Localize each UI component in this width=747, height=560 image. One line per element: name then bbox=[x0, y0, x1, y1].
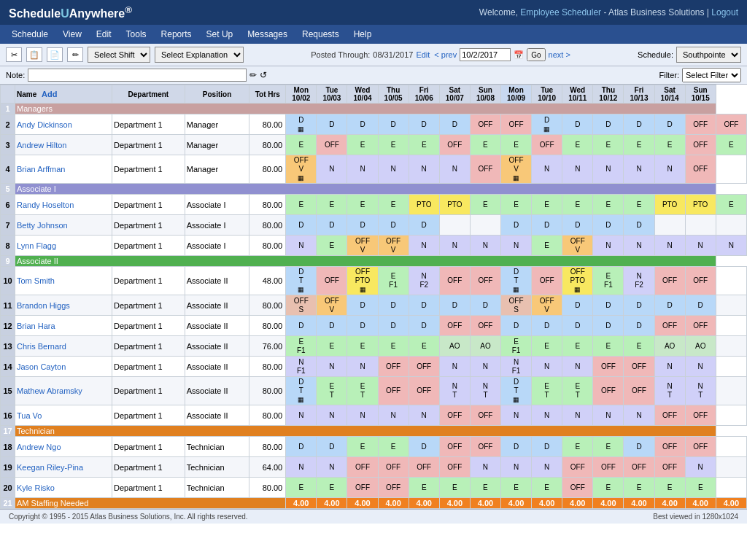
employee-name-link[interactable]: Andrew Hilton bbox=[17, 141, 66, 149]
shift-cell[interactable]: E bbox=[685, 478, 716, 498]
shift-cell[interactable]: N bbox=[409, 155, 439, 184]
shift-cell[interactable]: DT▦ bbox=[501, 267, 532, 295]
shift-cell[interactable]: E bbox=[654, 135, 685, 155]
shift-cell[interactable] bbox=[470, 215, 500, 236]
shift-cell[interactable]: E bbox=[624, 336, 654, 357]
shift-cell[interactable]: D bbox=[317, 437, 347, 457]
paint-icon[interactable]: ✏ bbox=[67, 47, 83, 62]
shift-cell[interactable]: AO bbox=[685, 336, 716, 357]
shift-cell[interactable]: D bbox=[654, 295, 685, 316]
shift-cell[interactable]: D bbox=[593, 215, 624, 236]
shift-cell[interactable]: N bbox=[501, 405, 532, 426]
shift-cell[interactable]: E bbox=[286, 135, 317, 155]
nav-setup[interactable]: Set Up bbox=[199, 26, 241, 42]
shift-cell[interactable]: OFF bbox=[685, 437, 716, 457]
employee-name-link[interactable]: Randy Hoselton bbox=[17, 201, 74, 209]
paste-icon[interactable]: 📄 bbox=[47, 47, 63, 62]
shift-cell[interactable]: D▦ bbox=[286, 114, 317, 135]
shift-cell[interactable]: OFF bbox=[378, 357, 409, 377]
nav-view[interactable]: View bbox=[55, 26, 89, 42]
shift-cell[interactable]: OFF bbox=[409, 457, 439, 478]
shift-cell[interactable]: D bbox=[439, 114, 470, 135]
shift-cell[interactable]: E bbox=[378, 195, 409, 215]
logout-link[interactable]: Logout bbox=[711, 7, 738, 18]
shift-cell[interactable]: OFF bbox=[624, 377, 654, 405]
shift-cell[interactable]: E bbox=[624, 195, 654, 215]
shift-cell[interactable]: OFF bbox=[378, 478, 409, 498]
shift-cell[interactable]: OFF bbox=[654, 405, 685, 426]
shift-cell[interactable]: E bbox=[501, 135, 532, 155]
shift-cell[interactable]: N bbox=[593, 236, 624, 256]
employee-name-link[interactable]: Brandon Higgs bbox=[17, 301, 70, 310]
employee-name-link[interactable]: Betty Johnson bbox=[17, 221, 68, 230]
shift-cell[interactable]: OFF bbox=[470, 316, 500, 336]
shift-cell[interactable]: NF1 bbox=[501, 357, 532, 377]
shift-cell[interactable]: D bbox=[317, 316, 347, 336]
shift-cell[interactable]: OFF bbox=[470, 405, 500, 426]
shift-cell[interactable]: OFF bbox=[439, 437, 470, 457]
shift-cell[interactable]: E bbox=[532, 478, 562, 498]
add-employee-link[interactable]: Add bbox=[42, 90, 57, 98]
shift-cell[interactable]: N bbox=[593, 405, 624, 426]
shift-cell[interactable]: D bbox=[347, 215, 378, 236]
shift-cell[interactable]: N bbox=[501, 457, 532, 478]
shift-cell[interactable]: D bbox=[286, 316, 317, 336]
shift-cell[interactable]: OFF bbox=[470, 437, 500, 457]
shift-cell[interactable]: E bbox=[624, 478, 654, 498]
schedule-select[interactable]: Southpointe bbox=[676, 47, 741, 63]
shift-cell[interactable]: OFFPTO▦ bbox=[347, 267, 378, 295]
shift-cell[interactable]: OFF bbox=[470, 267, 500, 295]
shift-cell[interactable]: D bbox=[317, 114, 347, 135]
shift-cell[interactable]: E bbox=[347, 437, 378, 457]
employee-name-link[interactable]: Brian Hara bbox=[17, 322, 55, 330]
shift-cell[interactable]: ET bbox=[562, 377, 593, 405]
nav-schedule[interactable]: Schedule bbox=[4, 26, 55, 42]
shift-cell[interactable]: D bbox=[532, 215, 562, 236]
next-link[interactable]: next > bbox=[549, 50, 570, 59]
shift-cell[interactable]: OFFV▦ bbox=[286, 155, 317, 184]
shift-cell[interactable]: OFF bbox=[624, 457, 654, 478]
shift-cell[interactable]: OFF bbox=[593, 377, 624, 405]
shift-cell[interactable] bbox=[716, 316, 746, 336]
copy-icon[interactable]: 📋 bbox=[26, 47, 42, 62]
shift-cell[interactable]: N bbox=[378, 405, 409, 426]
shift-cell[interactable]: OFF bbox=[470, 155, 500, 184]
shift-cell[interactable]: D bbox=[562, 114, 593, 135]
shift-cell[interactable]: E bbox=[562, 336, 593, 357]
shift-cell[interactable]: OFFV▦ bbox=[501, 155, 532, 184]
shift-cell[interactable]: NF1 bbox=[286, 357, 317, 377]
note-edit-icon[interactable]: ✏ bbox=[249, 70, 257, 80]
shift-cell[interactable]: E bbox=[716, 195, 746, 215]
shift-cell[interactable]: D bbox=[624, 215, 654, 236]
shift-cell[interactable]: D bbox=[378, 295, 409, 316]
shift-cell[interactable]: E bbox=[470, 195, 500, 215]
calendar-icon[interactable]: 📅 bbox=[514, 50, 524, 60]
shift-cell[interactable]: E bbox=[378, 437, 409, 457]
nav-tools[interactable]: Tools bbox=[119, 26, 154, 42]
shift-cell[interactable]: OFFV bbox=[347, 236, 378, 256]
shift-cell[interactable]: OFF bbox=[439, 405, 470, 426]
shift-cell[interactable]: N bbox=[501, 236, 532, 256]
shift-cell[interactable]: E bbox=[317, 236, 347, 256]
shift-cell[interactable]: OFF bbox=[685, 114, 716, 135]
shift-cell[interactable]: E bbox=[501, 478, 532, 498]
shift-cell[interactable]: E bbox=[593, 478, 624, 498]
shift-cell[interactable]: E bbox=[593, 135, 624, 155]
shift-cell[interactable]: EF1 bbox=[286, 336, 317, 357]
shift-cell[interactable]: E bbox=[593, 336, 624, 357]
shift-cell[interactable]: E bbox=[347, 195, 378, 215]
shift-cell[interactable]: N bbox=[562, 155, 593, 184]
shift-cell[interactable]: N bbox=[347, 155, 378, 184]
shift-cell[interactable]: AO bbox=[439, 336, 470, 357]
shift-cell[interactable]: OFF bbox=[317, 135, 347, 155]
shift-cell[interactable]: N bbox=[532, 457, 562, 478]
shift-cell[interactable]: OFF bbox=[654, 437, 685, 457]
shift-cell[interactable]: N bbox=[532, 357, 562, 377]
employee-name-link[interactable]: Tom Smith bbox=[17, 276, 55, 285]
shift-cell[interactable] bbox=[716, 357, 746, 377]
shift-cell[interactable]: N bbox=[317, 405, 347, 426]
shift-cell[interactable]: D▦ bbox=[532, 114, 562, 135]
note-input[interactable] bbox=[28, 69, 247, 82]
shift-cell[interactable]: E bbox=[439, 478, 470, 498]
shift-cell[interactable] bbox=[716, 457, 746, 478]
